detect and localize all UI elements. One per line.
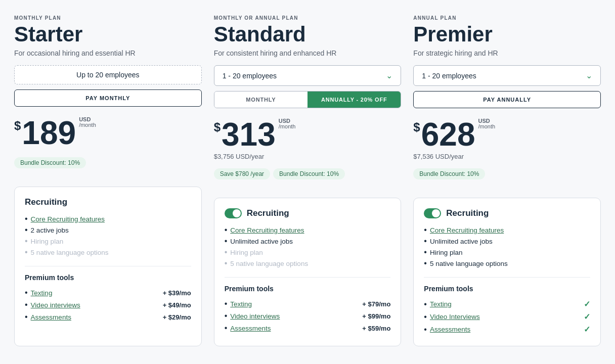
premium-link-premier-2[interactable]: Assessments [430,326,470,333]
feature-text-standard-2: Hiring plan [230,249,263,256]
premium-link-starter-2[interactable]: Assessments [31,313,71,321]
premium-price-standard-1: + $99/mo [362,312,390,320]
feature-list-starter: Core Recruiting features2 active jobsHir… [25,213,191,258]
price-per-starter: /month [79,122,96,128]
premium-item-standard-2: Assessments + $59/mo [225,322,391,334]
feature-item-standard-1: Unlimited active jobs [225,236,391,247]
price-section-starter: $ 189 USD /month [14,117,202,149]
chevron-down-icon: ⌄ [586,71,592,80]
price-number-starter: 189 [22,117,76,149]
recruiting-toggle-icon-standard[interactable] [225,208,242,218]
plan-header-starter: Monthly Plan Starter For occasional hiri… [14,15,202,187]
feature-item-premier-0: Core Recruiting features [424,224,590,236]
premium-list-starter: Texting + $39/mo Video interviews + $49/… [25,287,191,323]
employee-dropdown-standard[interactable]: 1 - 20 employees ⌄ [214,65,402,86]
badge-standard-0: Save $780 /year [214,168,270,179]
price-per-premier: /month [478,124,495,129]
employee-label-standard: 1 - 20 employees [223,72,277,80]
recruiting-title-premier: Recruiting [424,208,590,218]
premium-title-premier: Premium tools [424,285,590,293]
premium-link-premier-1[interactable]: Video Interviews [430,313,480,321]
divider-premier [424,277,590,278]
feature-link-starter-0[interactable]: Core Recruiting features [31,215,105,223]
plan-name-starter: Starter [14,24,202,45]
plan-col-premier: Annual Plan Premier For strategic hiring… [413,15,601,346]
feature-item-standard-3: 5 native language options [225,258,391,269]
premium-title-standard: Premium tools [225,285,391,293]
premium-price-starter-1: + $49/mo [163,301,191,309]
plan-desc-starter: For occasional hiring and essential HR [14,49,202,57]
badge-starter-0: Bundle Discount: 10% [14,157,86,168]
premium-item-standard-0: Texting + $79/mo [225,298,391,310]
recruiting-toggle-icon-premier[interactable] [424,208,441,218]
feature-list-premier: Core Recruiting featuresUnlimited active… [424,224,590,269]
price-per-standard: /month [279,124,296,129]
premium-link-premier-0[interactable]: Texting [430,300,452,308]
premium-item-starter-0: Texting + $39/mo [25,287,191,299]
feature-item-starter-3: 5 native language options [25,247,191,258]
premium-link-starter-0[interactable]: Texting [31,289,53,297]
feature-item-premier-1: Unlimited active jobs [424,236,590,247]
plan-header-standard: Monthly or Annual Plan Standard For cons… [214,15,402,198]
included-check-premier-2: ✓ [584,325,590,334]
recruiting-title-starter: Recruiting [25,197,191,207]
badge-standard-1: Bundle Discount: 10% [273,168,345,179]
feature-item-standard-2: Hiring plan [225,247,391,258]
billing-toggle-standard[interactable]: Monthly Annually - 20% Off [214,91,402,108]
premium-price-starter-0: + $39/mo [163,289,191,297]
billing-monthly-standard[interactable]: Monthly [214,92,308,108]
recruiting-label-standard: Recruiting [247,208,289,218]
premium-link-standard-1[interactable]: Video interviews [230,312,280,320]
badges-premier: Bundle Discount: 10% [413,168,601,179]
plan-header-premier: Annual Plan Premier For strategic hiring… [413,15,601,198]
billing-annual-standard[interactable]: Annually - 20% Off [308,92,401,108]
premium-item-premier-2: Assessments ✓ [424,323,590,336]
divider-standard [225,277,391,278]
employee-label-premier: 1 - 20 employees [422,72,476,80]
features-card-standard: RecruitingCore Recruiting featuresUnlimi… [214,198,402,346]
premium-price-starter-2: + $29/mo [163,313,191,321]
pricing-grid: Monthly Plan Starter For occasional hiri… [14,15,601,346]
chevron-down-icon: ⌄ [386,71,392,80]
feature-item-starter-0: Core Recruiting features [25,213,191,224]
feature-link-premier-0[interactable]: Core Recruiting features [430,226,504,234]
plan-type-starter: Monthly Plan [14,15,202,21]
pay-button-starter[interactable]: Pay Monthly [14,89,202,107]
plan-type-standard: Monthly or Annual Plan [214,15,402,21]
feature-item-starter-1: 2 active jobs [25,224,191,236]
features-card-premier: RecruitingCore Recruiting featuresUnlimi… [413,198,601,346]
recruiting-label-starter: Recruiting [25,197,67,207]
plan-name-premier: Premier [413,24,601,45]
premium-link-standard-2[interactable]: Assessments [230,325,271,332]
features-card-starter: RecruitingCore Recruiting features2 acti… [14,187,202,346]
plan-col-starter: Monthly Plan Starter For occasional hiri… [14,15,202,346]
price-unit-starter: USD /month [79,117,96,128]
premium-list-standard: Texting + $79/mo Video interviews + $99/… [225,298,391,334]
feature-text-starter-2: Hiring plan [31,238,64,245]
dollar-sign-standard: $ [214,121,221,133]
plan-desc-premier: For strategic hiring and HR [413,49,601,57]
plan-desc-standard: For consistent hiring and enhanced HR [214,49,402,57]
recruiting-label-premier: Recruiting [446,208,489,218]
premium-price-standard-2: + $59/mo [362,325,390,332]
included-check-premier-0: ✓ [584,299,590,309]
employee-selector-starter: Up to 20 employees [14,65,202,84]
recruiting-title-standard: Recruiting [225,208,391,218]
dollar-sign-starter: $ [14,120,21,132]
badges-standard: Save $780 /yearBundle Discount: 10% [214,168,402,179]
plan-col-standard: Monthly or Annual Plan Standard For cons… [214,15,402,346]
price-section-standard: $ 313 USD /month $3,756 USD/year [214,118,402,160]
pay-button-premier[interactable]: Pay Annually [413,91,601,108]
plan-type-premier: Annual Plan [413,15,601,21]
annual-price-premier: $7,536 USD/year [413,153,601,160]
feature-list-standard: Core Recruiting featuresUnlimited active… [225,224,391,269]
premium-list-premier: Texting ✓ Video Interviews ✓ Assessments… [424,298,590,336]
feature-link-standard-0[interactable]: Core Recruiting features [230,226,304,234]
feature-text-standard-3: 5 native language options [230,260,308,267]
divider-starter [25,266,191,266]
premium-link-starter-1[interactable]: Video interviews [31,301,80,309]
premium-link-standard-0[interactable]: Texting [230,300,252,308]
employee-dropdown-premier[interactable]: 1 - 20 employees ⌄ [413,65,601,86]
price-number-premier: 628 [421,118,475,151]
price-unit-premier: USD /month [478,118,495,129]
